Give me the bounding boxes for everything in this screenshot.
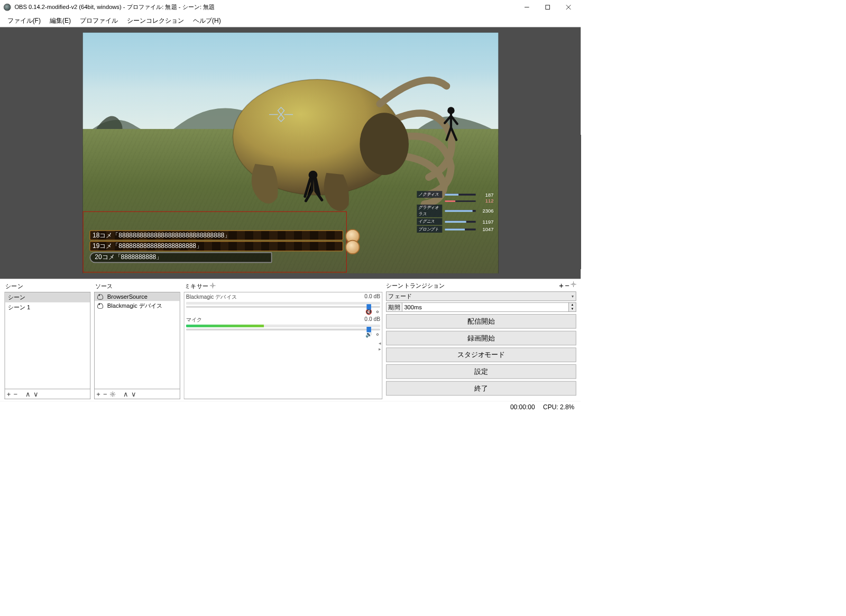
title-bar: OBS 0.14.2-modified-v2 (64bit, windows) … [0, 0, 581, 14]
source-item[interactable]: BrowserSource [95, 292, 180, 301]
preview-area[interactable]: ノクティス187 .112 グラディオラス2306 イグニス1197 プロンプト… [0, 27, 581, 279]
status-cpu: CPU: 2.8% [543, 403, 574, 410]
mixer-volume-slider[interactable] [186, 328, 380, 330]
preview-canvas[interactable]: ノクティス187 .112 グラディオラス2306 イグニス1197 プロンプト… [82, 33, 498, 273]
channel-settings-button[interactable] [375, 332, 380, 337]
duration-label: 期間 [386, 302, 402, 312]
preview-creature [220, 61, 469, 210]
mixer-resize-handle[interactable]: ◂▸ [379, 340, 381, 352]
transition-select[interactable]: フェード [386, 291, 576, 301]
mixer-channel: マイク0.0 dB 🔊 [186, 316, 380, 337]
scenes-toolbar: + − ∧ ∨ [5, 389, 91, 399]
hud-hp-bars: ノクティス187 .112 グラディオラス2306 イグニス1197 プロンプト… [417, 190, 494, 234]
svg-line-15 [114, 395, 114, 396]
studio-mode-button[interactable]: スタジオモード [386, 347, 576, 362]
svg-point-6 [360, 113, 409, 175]
status-bar: 00:00:00 CPU: 2.8% [0, 401, 581, 412]
settings-button[interactable]: 設定 [386, 364, 576, 379]
scenes-list[interactable]: シーン シーン 1 [5, 292, 91, 389]
remove-source-button[interactable]: − [103, 390, 107, 398]
svg-point-9 [112, 393, 113, 394]
svg-line-16 [114, 392, 114, 393]
source-settings-button[interactable] [110, 391, 115, 397]
mixer-settings-icon[interactable] [210, 283, 215, 288]
scenes-label: シーン [5, 281, 91, 292]
svg-rect-1 [546, 5, 550, 10]
source-item[interactable]: Blackmagic デバイス [95, 301, 180, 311]
move-source-up-button[interactable]: ∧ [123, 390, 128, 398]
svg-point-23 [376, 311, 378, 312]
svg-line-17 [111, 395, 111, 396]
add-transition-button[interactable]: + [559, 281, 563, 290]
menu-scene-collection[interactable]: シーンコレクション [123, 16, 189, 26]
visibility-icon[interactable] [97, 303, 105, 309]
move-source-down-button[interactable]: ∨ [131, 390, 136, 398]
scenes-header-row[interactable]: シーン [5, 292, 90, 302]
channel-settings-button[interactable] [375, 309, 380, 315]
transition-settings-button[interactable] [571, 281, 576, 287]
start-recording-button[interactable]: 録画開始 [386, 331, 576, 345]
menu-help[interactable]: ヘルプ(H) [189, 16, 226, 26]
sources-toolbar: + − ∧ ∨ [94, 389, 180, 399]
svg-point-24 [376, 334, 378, 335]
mixer-panel: ミキサー Blackmagic デバイス0.0 dB 🔇 マイク0.0 dB 🔊 [184, 281, 383, 399]
transitions-label: シーントランジション [386, 282, 445, 290]
status-time: 00:00:00 [510, 403, 535, 410]
maximize-button[interactable] [537, 0, 558, 14]
mixer-channel: Blackmagic デバイス0.0 dB 🔇 [186, 293, 380, 315]
mixer-label: ミキサー [184, 281, 383, 292]
scenes-panel: シーン シーン シーン 1 + − ∧ ∨ [5, 281, 91, 399]
duration-input[interactable]: 300ms [402, 302, 569, 312]
app-icon [4, 4, 11, 11]
mute-button[interactable]: 🔊 [365, 332, 372, 338]
exit-button[interactable]: 終了 [386, 381, 576, 396]
remove-scene-button[interactable]: − [13, 390, 17, 398]
menu-edit[interactable]: 編集(E) [45, 16, 76, 26]
menu-profile[interactable]: プロファイル [76, 16, 123, 26]
duration-spinner[interactable]: ▲▼ [569, 302, 576, 312]
window-title: OBS 0.14.2-modified-v2 (64bit, windows) … [14, 3, 215, 11]
comment-overlay: 18コメ「888888888888888888888888888888」 19コ… [89, 229, 343, 264]
sources-label: ソース [94, 281, 180, 292]
add-scene-button[interactable]: + [7, 390, 11, 398]
add-source-button[interactable]: + [96, 390, 100, 398]
mixer-meter [186, 302, 380, 305]
start-streaming-button[interactable]: 配信開始 [386, 314, 576, 328]
target-reticle [265, 105, 297, 124]
mixer-volume-slider[interactable] [186, 306, 380, 308]
sources-list[interactable]: BrowserSource Blackmagic デバイス [94, 292, 180, 389]
remove-transition-button[interactable]: − [565, 281, 569, 290]
comment-row: 19コメ「8888888888888888888888」 [89, 241, 343, 251]
comment-row: 18コメ「888888888888888888888888888888」 [89, 231, 343, 241]
sources-panel: ソース BrowserSource Blackmagic デバイス + − ∧ … [94, 281, 180, 399]
svg-line-14 [111, 392, 111, 393]
move-scene-up-button[interactable]: ∧ [25, 390, 30, 398]
scene-item[interactable]: シーン 1 [5, 302, 90, 312]
svg-point-18 [212, 284, 213, 286]
menu-bar: ファイル(F) 編集(E) プロファイル シーンコレクション ヘルプ(H) [0, 14, 581, 27]
controls-panel: シーントランジション + − フェード 期間 300ms ▲▼ 配信開始 録画開… [386, 281, 576, 399]
visibility-icon[interactable] [97, 293, 105, 300]
mute-button[interactable]: 🔇 [365, 309, 372, 315]
minimize-button[interactable] [517, 0, 537, 14]
menu-file[interactable]: ファイル(F) [3, 16, 45, 26]
move-scene-down-button[interactable]: ∨ [33, 390, 38, 398]
comment-input-row: 20コメ「8888888888」 [89, 252, 272, 263]
svg-point-25 [573, 283, 574, 285]
mixer-meter [186, 325, 380, 327]
close-button[interactable] [558, 0, 578, 14]
